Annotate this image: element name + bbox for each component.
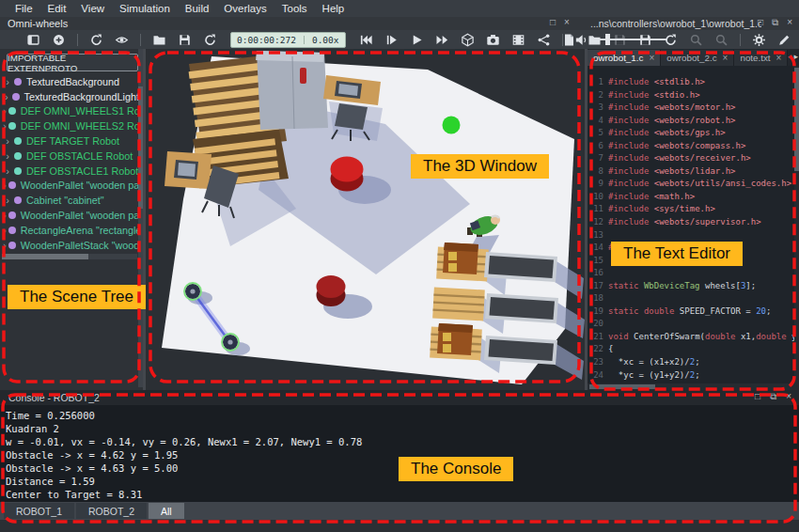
expand-arrow-icon[interactable]: › xyxy=(3,135,12,147)
menu-file[interactable]: File xyxy=(8,3,40,14)
record-movie-icon[interactable] xyxy=(511,33,525,47)
tree-item[interactable]: ›DEF OBSTACLE Robot xyxy=(0,149,139,164)
float-pane-icon[interactable]: □ xyxy=(755,391,760,402)
reload-world-icon[interactable] xyxy=(203,33,217,47)
editor-tab[interactable]: note.txt× xyxy=(734,50,788,66)
close-pane-icon[interactable]: × xyxy=(787,17,792,28)
tree-item[interactable]: ›DEF OBSTACLE1 Robot xyxy=(0,164,139,179)
importable-externproto-button[interactable]: IMPORTABLE EXTERNPROTO xyxy=(7,54,138,71)
expand-arrow-icon[interactable]: › xyxy=(3,240,7,251)
tree-item[interactable]: ›DEF TARGET Robot xyxy=(0,133,139,149)
expand-arrow-icon[interactable]: › xyxy=(3,105,7,117)
code-area[interactable]: 1#include <stdlib.h>2#include <stdio.h>3… xyxy=(588,66,799,400)
editor-tab[interactable]: owrobot_1.c× xyxy=(588,50,661,66)
tree-item[interactable]: ›RectangleArena "rectangle arena" xyxy=(0,223,139,238)
scrollbar-thumb[interactable] xyxy=(2,254,88,259)
play-icon[interactable] xyxy=(410,33,424,47)
expand-arrow-icon[interactable]: › xyxy=(3,91,10,102)
shelf-rack-2[interactable] xyxy=(485,293,558,323)
tree-item[interactable]: ›WoodenPalletStack "wooden pallet stack" xyxy=(0,238,139,253)
expand-arrow-icon[interactable]: › xyxy=(3,210,7,221)
console-tab-robot_1[interactable]: ROBOT_1 xyxy=(4,503,74,519)
scrollbar-thumb[interactable] xyxy=(794,68,799,171)
save-world-icon[interactable] xyxy=(178,33,192,47)
menu-tools[interactable]: Tools xyxy=(274,3,315,14)
view-menu-icon[interactable] xyxy=(115,33,129,47)
tab-scroll-left-icon[interactable]: ◂ xyxy=(788,52,792,61)
add-node-icon[interactable] xyxy=(52,33,66,47)
tree-item[interactable]: ›WoodenPallet "wooden pallet" xyxy=(0,179,139,194)
menu-overlays[interactable]: Overlays xyxy=(216,3,274,14)
shelf-rack-3[interactable] xyxy=(484,336,557,365)
expand-arrow-icon[interactable]: › xyxy=(3,150,12,162)
expand-arrow-icon[interactable]: › xyxy=(3,195,12,206)
obstacle-cylinder-darkred[interactable] xyxy=(317,275,346,306)
tree-item[interactable]: ›Cabinet "cabinet" xyxy=(0,193,139,208)
tree-item[interactable]: ›DEF OMNI_WHEELS2 Robot xyxy=(0,118,139,133)
expand-arrow-icon[interactable]: › xyxy=(3,165,12,177)
tree-item[interactable]: ›DEF OMNI_WHEELS1 Robot xyxy=(0,104,139,119)
step-icon[interactable] xyxy=(384,33,399,47)
restore-pane-icon[interactable]: ⧉ xyxy=(772,17,778,28)
fire-extinguisher[interactable] xyxy=(300,68,306,84)
tree-item[interactable]: ›WoodenPallet "wooden pallet" xyxy=(0,208,139,223)
screenshot-icon[interactable] xyxy=(486,33,500,47)
editor-tab[interactable]: owrobot_2.c× xyxy=(661,50,734,66)
fast-forward-icon[interactable] xyxy=(435,33,449,47)
close-pane-icon[interactable]: × xyxy=(564,17,570,27)
open-file-icon[interactable] xyxy=(588,33,602,47)
shelf-rack-1[interactable] xyxy=(484,252,557,282)
scene-tree-hscrollbar[interactable] xyxy=(2,254,137,259)
menu-view[interactable]: View xyxy=(73,3,112,14)
tab-close-icon[interactable]: × xyxy=(776,53,782,63)
cabinet[interactable] xyxy=(256,51,328,130)
omni-robot-1[interactable] xyxy=(184,283,201,300)
console-tab-all[interactable]: All xyxy=(149,503,184,519)
expand-arrow-icon[interactable]: › xyxy=(3,225,7,236)
float-pane-icon[interactable]: □ xyxy=(550,17,556,27)
new-file-icon[interactable] xyxy=(562,33,576,47)
menu-simulation[interactable]: Simulation xyxy=(112,3,178,14)
node-dot-icon xyxy=(14,167,22,175)
split-view-icon[interactable] xyxy=(26,33,40,47)
edit-tools-icon[interactable] xyxy=(777,33,791,47)
pallet-plain[interactable] xyxy=(432,288,485,321)
desk-left[interactable] xyxy=(164,151,212,189)
obstacle-cylinder-red[interactable] xyxy=(331,157,364,192)
editor-hscrollbar[interactable] xyxy=(588,383,794,390)
tree-item[interactable]: ›TexturedBackground xyxy=(0,74,139,89)
expand-arrow-icon[interactable]: › xyxy=(3,76,12,87)
open-world-icon[interactable] xyxy=(152,33,166,47)
expand-arrow-icon[interactable]: › xyxy=(3,180,7,191)
node-dot-icon xyxy=(8,211,16,219)
editor-vscrollbar[interactable] xyxy=(794,66,799,390)
close-pane-icon[interactable]: × xyxy=(786,391,791,402)
restore-pane-icon[interactable]: ⧉ xyxy=(770,391,776,402)
revert-file-icon[interactable] xyxy=(664,33,678,47)
tab-close-icon[interactable]: × xyxy=(649,53,654,63)
rewind-icon[interactable] xyxy=(359,33,373,47)
menu-edit[interactable]: Edit xyxy=(40,3,74,14)
target-sphere[interactable] xyxy=(443,117,461,134)
perspective-icon[interactable] xyxy=(461,33,475,47)
preferences-icon[interactable] xyxy=(752,33,766,47)
tree-item[interactable]: ›TexturedBackgroundLight xyxy=(0,89,139,104)
line-number: 20 xyxy=(588,318,608,331)
expand-arrow-icon[interactable]: › xyxy=(3,120,7,132)
tab-close-icon[interactable]: × xyxy=(723,53,728,63)
reset-simulation-icon[interactable] xyxy=(89,33,103,47)
share-icon[interactable] xyxy=(537,33,551,47)
menu-help[interactable]: Help xyxy=(315,3,352,14)
omni-robot-2[interactable] xyxy=(222,334,239,351)
tab-scroll-right-icon[interactable]: ▸ xyxy=(793,52,798,61)
line-number: 17 xyxy=(588,280,608,293)
scene-tree-vscrollbar[interactable] xyxy=(138,49,143,387)
scrollbar-thumb[interactable] xyxy=(138,86,143,209)
float-pane-icon[interactable]: □ xyxy=(758,17,763,28)
console-line: Kuadran 2 xyxy=(6,422,362,435)
3d-viewport[interactable] xyxy=(146,49,585,390)
console-tab-robot_2[interactable]: ROBOT_2 xyxy=(76,503,147,519)
menu-build[interactable]: Build xyxy=(178,3,217,14)
save-all-icon[interactable] xyxy=(638,33,652,47)
scrollbar-thumb[interactable] xyxy=(589,384,655,389)
